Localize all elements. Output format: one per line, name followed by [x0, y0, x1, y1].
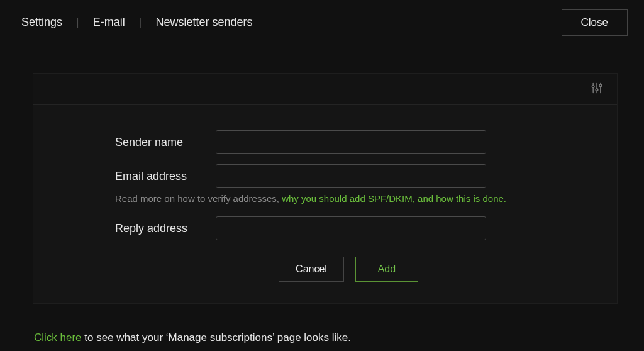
sender-form-panel: Sender name Email address Read more on h… [33, 73, 618, 304]
reply-address-row: Reply address [115, 216, 582, 240]
cancel-button[interactable]: Cancel [279, 257, 344, 282]
verify-hint: Read more on how to verify addresses, wh… [115, 193, 582, 204]
sender-name-label: Sender name [115, 136, 216, 149]
close-button[interactable]: Close [562, 9, 628, 36]
manage-subscriptions-text: to see what your ‘Manage subscriptions’ … [82, 332, 351, 343]
sender-name-row: Sender name [115, 130, 582, 154]
breadcrumb-separator: | [76, 16, 79, 29]
form-actions: Cancel Add [115, 240, 582, 282]
manage-subscriptions-hint: Click here to see what your ‘Manage subs… [34, 332, 626, 344]
sender-name-input[interactable] [216, 130, 486, 154]
email-address-row: Email address [115, 164, 582, 188]
manage-subscriptions-link[interactable]: Click here [34, 332, 82, 343]
reply-address-label: Reply address [115, 222, 216, 235]
add-button[interactable]: Add [355, 257, 418, 282]
breadcrumb-item-newsletter-senders[interactable]: Newsletter senders [155, 16, 252, 29]
email-address-label: Email address [115, 170, 216, 183]
verify-hint-text: Read more on how to verify addresses, [115, 193, 282, 204]
breadcrumb-item-settings[interactable]: Settings [21, 16, 62, 29]
svg-point-1 [592, 85, 594, 87]
breadcrumb-item-email[interactable]: E-mail [93, 16, 125, 29]
reply-address-input[interactable] [216, 216, 486, 240]
breadcrumb-separator: | [139, 16, 142, 29]
email-address-input[interactable] [216, 164, 486, 188]
breadcrumb: Settings | E-mail | Newsletter senders [21, 16, 253, 29]
top-bar: Settings | E-mail | Newsletter senders C… [0, 0, 644, 45]
workspace: Sender name Email address Read more on h… [0, 45, 644, 344]
panel-body: Sender name Email address Read more on h… [33, 105, 617, 303]
sliders-icon[interactable] [591, 82, 603, 97]
verify-hint-link[interactable]: why you should add SPF/DKIM, and how thi… [282, 193, 506, 204]
svg-point-5 [599, 84, 602, 87]
panel-header [33, 74, 617, 105]
svg-point-3 [596, 88, 598, 91]
